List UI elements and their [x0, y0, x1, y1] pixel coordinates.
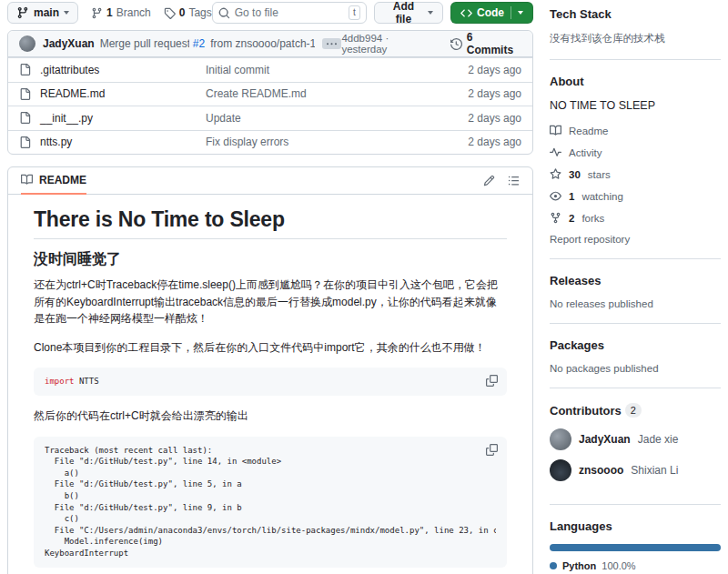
outline-button[interactable]	[508, 175, 520, 186]
file-icon	[19, 64, 31, 76]
search-shortcut-key: t	[349, 5, 360, 20]
language-name: Python	[562, 560, 596, 571]
git-branch-icon	[16, 6, 29, 19]
link-label: stars	[588, 169, 611, 180]
about-title: About	[550, 75, 721, 88]
tag-icon	[164, 7, 176, 19]
commit-meta: 4ddb994 · yesterday 6 Commits	[341, 31, 521, 56]
activity-link[interactable]: Activity	[550, 146, 721, 158]
file-commit-message[interactable]: Fix display errors	[206, 136, 468, 148]
divider	[550, 323, 721, 324]
file-link[interactable]: README.md	[19, 87, 206, 100]
file-browser-card: JadyXuan Merge pull request #2 from znso…	[7, 30, 533, 155]
commits-count: 6 Commits	[467, 31, 521, 56]
code-button-label: Code	[477, 6, 504, 19]
history-icon	[450, 38, 462, 50]
contributors-title[interactable]: Contributors2	[550, 403, 721, 418]
table-row: README.md Create README.md 2 days ago	[8, 82, 532, 106]
list-unordered-icon	[508, 175, 520, 186]
pr-number-link[interactable]: #2	[193, 37, 205, 50]
commit-details-button[interactable]	[322, 38, 342, 49]
button-divider	[511, 6, 511, 19]
branches-link[interactable]: 1 Branch	[91, 6, 151, 19]
watching-count: 1	[569, 191, 574, 202]
commit-author-avatar[interactable]	[19, 35, 35, 52]
copy-icon	[486, 444, 498, 456]
commit-history-link[interactable]: 6 Commits	[450, 31, 521, 56]
code-rest: NTTS	[75, 377, 99, 386]
divider	[550, 258, 721, 259]
language-percent: 100.0%	[602, 560, 635, 571]
go-to-file-search[interactable]: t	[212, 2, 367, 24]
commit-author-link[interactable]: JadyXuan	[43, 37, 95, 50]
chevron-down-icon	[64, 11, 69, 15]
code-button[interactable]: Code	[450, 2, 533, 24]
language-bar	[550, 544, 721, 551]
readme-header: README	[8, 167, 532, 195]
link-label: Activity	[569, 147, 602, 158]
file-commit-message[interactable]: Initial commit	[206, 64, 468, 76]
readme-link[interactable]: Readme	[550, 125, 721, 136]
file-link[interactable]: .gitattributes	[19, 64, 206, 76]
tech-stack-section: Tech Stack 没有找到该仓库的技术栈	[550, 2, 721, 47]
edit-readme-button[interactable]	[483, 175, 495, 186]
file-icon	[19, 136, 31, 148]
git-branch-icon	[91, 7, 103, 19]
readme-actions	[483, 175, 520, 186]
search-input[interactable]	[235, 6, 349, 19]
contributors-title-text: Contributors	[550, 404, 622, 418]
add-file-button[interactable]: Add file	[374, 2, 443, 24]
file-icon	[19, 112, 31, 124]
commit-message[interactable]: Merge pull request	[100, 37, 189, 50]
contributor-username: JadyXuan	[579, 433, 631, 446]
book-icon	[21, 174, 33, 186]
commit-message-suffix[interactable]: from znsoooo/patch-1	[210, 37, 315, 50]
readme-section-heading: 没时间睡觉了	[34, 250, 507, 269]
code-keyword: import	[45, 377, 75, 386]
activity-icon	[550, 146, 561, 158]
search-icon	[218, 7, 230, 19]
readme-content: There is No Time to Sleep 没时间睡觉了 还在为ctrl…	[8, 195, 532, 574]
list-item[interactable]: JadyXuan Jade xie	[550, 428, 721, 450]
packages-title[interactable]: Packages	[550, 338, 721, 352]
list-item[interactable]: znsoooo Shixian Li	[550, 459, 721, 481]
file-name: .gitattributes	[40, 64, 99, 76]
about-section: About NO TIME TO SLEEP Readme Activity 3…	[550, 69, 721, 247]
stars-count: 30	[569, 169, 581, 180]
tab-readme[interactable]: README	[21, 167, 86, 195]
releases-empty-text: No releases published	[550, 298, 721, 309]
table-row: .gitattributes Initial commit 2 days ago	[8, 57, 532, 82]
commit-hash-time[interactable]: 4ddb994 · yesterday	[341, 33, 435, 55]
releases-title[interactable]: Releases	[550, 274, 721, 287]
tech-stack-title: Tech Stack	[550, 7, 721, 21]
branch-selector-button[interactable]: main	[7, 2, 78, 24]
file-commit-message[interactable]: Create README.md	[206, 87, 468, 100]
readme-title: There is No Time to Sleep	[34, 207, 507, 239]
file-commit-date: 2 days ago	[468, 136, 521, 148]
sidebar: Tech Stack 没有找到该仓库的技术栈 About NO TIME TO …	[533, 0, 721, 574]
forks-count: 2	[569, 213, 574, 224]
file-commit-message[interactable]: Update	[206, 112, 468, 125]
forks-link[interactable]: 2 forks	[550, 212, 721, 224]
link-label: forks	[581, 213, 604, 224]
repo-page: main 1 Branch 0 Tags t Add file	[0, 0, 728, 574]
readme-card: README There is No Time to Sleep 没时间睡觉了 …	[7, 166, 533, 574]
file-link[interactable]: ntts.py	[19, 136, 206, 148]
file-name: README.md	[40, 87, 105, 100]
eye-icon	[550, 190, 561, 202]
stars-link[interactable]: 30 stars	[550, 168, 721, 180]
code-block-import: import NTTS	[34, 368, 507, 396]
file-link[interactable]: __init__.py	[19, 112, 206, 125]
copy-code-button[interactable]	[484, 442, 500, 458]
packages-section: Packages No packages published	[550, 333, 721, 376]
report-repository-link[interactable]: Report repository	[550, 234, 721, 245]
divider	[550, 504, 721, 505]
copy-icon	[486, 375, 498, 387]
watching-link[interactable]: 1 watching	[550, 190, 721, 202]
language-item[interactable]: Python 100.0%	[550, 560, 721, 571]
pencil-icon	[483, 175, 495, 186]
tags-link[interactable]: 0 Tags	[164, 6, 212, 19]
star-icon	[550, 168, 561, 180]
copy-code-button[interactable]	[484, 373, 500, 388]
book-icon	[550, 125, 561, 136]
